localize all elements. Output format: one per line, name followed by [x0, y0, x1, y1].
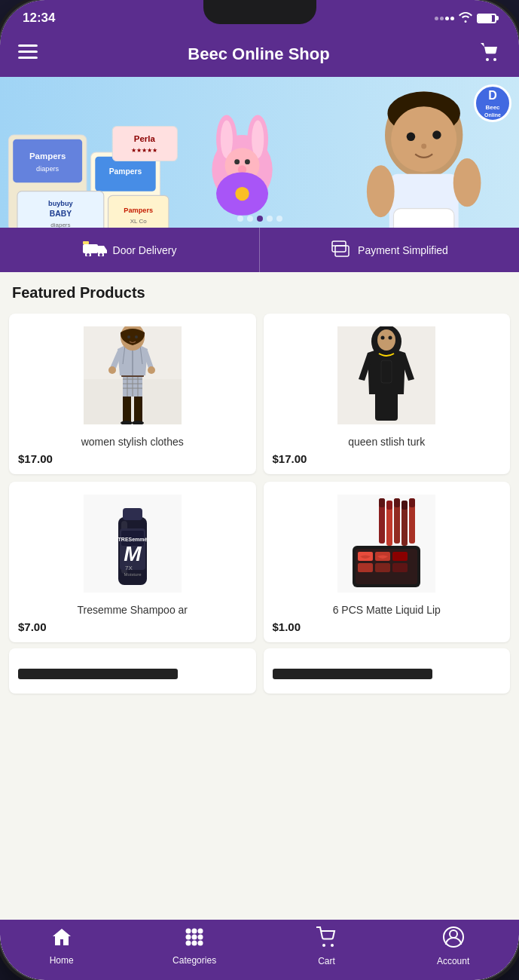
home-icon: [51, 927, 72, 952]
delivery-icon: [83, 240, 107, 260]
svg-rect-2: [18, 57, 38, 59]
home-label: Home: [50, 955, 74, 966]
payment-icon: [331, 238, 352, 262]
wifi-icon: [459, 12, 472, 25]
payment-feature: Payment Simplified: [260, 228, 519, 272]
product-price: $7.00: [18, 620, 247, 633]
svg-point-108: [186, 928, 191, 933]
bottom-nav: Home Categories: [0, 920, 519, 980]
account-label: Account: [437, 956, 469, 966]
product-name: queen stlish turk: [273, 436, 502, 448]
nav-account[interactable]: Account: [437, 926, 469, 966]
svg-point-4: [493, 58, 496, 61]
svg-point-114: [186, 940, 191, 945]
product-card[interactable]: women stylish clothes $17.00: [9, 314, 256, 474]
svg-text:buybuy: buybuy: [48, 200, 74, 207]
banner-dots: [237, 216, 282, 222]
svg-point-29: [234, 159, 240, 164]
featured-products-title: Featured Products: [0, 272, 519, 311]
svg-rect-49: [335, 246, 349, 256]
svg-rect-20: [112, 127, 177, 161]
svg-rect-73: [375, 390, 398, 421]
account-icon: [443, 926, 464, 953]
features-bar: Door Delivery Payment Simplified: [0, 228, 519, 272]
svg-rect-96: [386, 501, 392, 510]
banner: Pampers diapers Pampers buybuy BABY diap…: [0, 77, 519, 228]
payment-label: Payment Simplified: [358, 244, 448, 256]
svg-point-46: [86, 253, 90, 256]
svg-text:Moisture: Moisture: [124, 572, 142, 577]
svg-text:M: M: [124, 542, 142, 565]
product-name: women stylish clothes: [18, 436, 247, 448]
svg-text:Pampers: Pampers: [29, 152, 66, 161]
partial-products-row: [0, 645, 519, 697]
cart-header-icon[interactable]: [480, 42, 501, 66]
phone-frame: 12:34: [0, 0, 519, 980]
svg-point-118: [331, 944, 334, 947]
svg-text:★★★★★: ★★★★★: [131, 147, 157, 154]
categories-icon: [185, 927, 204, 952]
product-price: $17.00: [273, 452, 502, 465]
svg-rect-44: [83, 244, 98, 253]
svg-rect-41: [393, 209, 453, 228]
svg-point-76: [381, 336, 385, 340]
product-card[interactable]: queen stlish turk $17.00: [264, 314, 511, 474]
svg-point-3: [486, 58, 489, 61]
notch: [203, 0, 316, 24]
svg-point-111: [186, 934, 191, 939]
svg-rect-45: [83, 241, 89, 244]
product-name: 6 PCS Matte Liquid Lip: [273, 604, 502, 616]
svg-rect-106: [375, 563, 390, 572]
svg-point-33: [235, 187, 249, 201]
redacted-bar: [273, 669, 432, 679]
categories-label: Categories: [172, 955, 216, 966]
svg-point-75: [377, 329, 395, 351]
cart-nav-icon: [316, 926, 338, 953]
svg-point-38: [432, 130, 441, 139]
redacted-bar: [18, 669, 178, 679]
svg-point-37: [407, 133, 415, 141]
products-grid: women stylish clothes $17.00: [0, 311, 519, 645]
svg-text:Pampers: Pampers: [124, 207, 153, 214]
svg-point-30: [245, 159, 250, 164]
svg-point-36: [391, 106, 456, 172]
product-image: [80, 323, 185, 428]
svg-point-77: [389, 336, 392, 340]
svg-point-113: [198, 934, 203, 939]
product-image: TRESemmé M 7X Moisture: [80, 491, 185, 596]
nav-categories[interactable]: Categories: [172, 927, 216, 966]
svg-text:Perla: Perla: [134, 134, 156, 143]
svg-text:7X: 7X: [125, 565, 133, 571]
svg-point-71: [135, 335, 138, 338]
partial-product-card[interactable]: [264, 648, 511, 694]
svg-rect-48: [332, 241, 346, 252]
product-image: [334, 491, 439, 596]
product-card[interactable]: TRESemmé M 7X Moisture Tresemme Shampoo …: [9, 482, 256, 642]
product-name: Tresemme Shampoo ar: [18, 604, 247, 616]
partial-product-card[interactable]: [9, 648, 256, 694]
d-badge: D Beec Online: [474, 84, 511, 122]
nav-cart[interactable]: Cart: [316, 926, 338, 966]
svg-point-39: [421, 144, 426, 149]
svg-rect-1: [18, 51, 38, 53]
product-image: [334, 323, 439, 428]
svg-text:Pampers: Pampers: [109, 167, 142, 176]
svg-rect-81: [123, 508, 142, 520]
svg-rect-98: [401, 501, 408, 510]
svg-rect-105: [358, 563, 373, 572]
product-card[interactable]: 6 PCS Matte Liquid Lip $1.00: [264, 482, 511, 642]
svg-point-115: [192, 940, 197, 945]
svg-point-67: [148, 366, 155, 374]
app-header: Beec Online Shop: [0, 32, 519, 77]
svg-point-112: [192, 934, 197, 939]
status-icons: [435, 12, 496, 25]
door-delivery-feature: Door Delivery: [0, 228, 260, 272]
svg-point-120: [450, 930, 457, 938]
hamburger-icon[interactable]: [18, 44, 38, 64]
nav-home[interactable]: Home: [50, 927, 74, 966]
svg-rect-97: [394, 498, 400, 507]
svg-rect-107: [392, 563, 408, 572]
svg-point-70: [127, 335, 130, 338]
svg-point-117: [322, 944, 325, 947]
svg-rect-95: [379, 498, 385, 507]
